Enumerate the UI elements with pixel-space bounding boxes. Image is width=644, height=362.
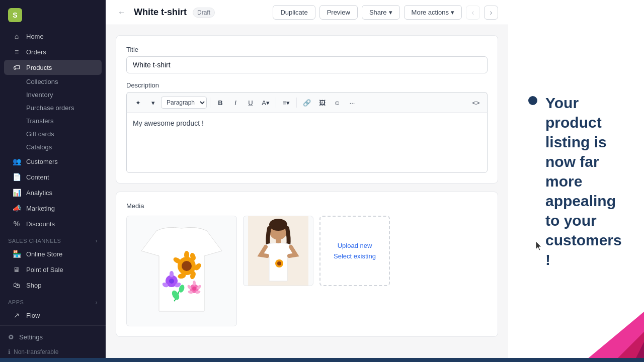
- inventory-label: Inventory: [26, 91, 53, 99]
- page-title: White t-shirt: [134, 7, 187, 18]
- sidebar-item-home[interactable]: Home: [4, 29, 102, 44]
- sidebar-item-purchase-orders[interactable]: Purchase orders: [4, 102, 102, 114]
- main-product-image[interactable]: [126, 216, 237, 326]
- settings-icon: ⚙: [8, 333, 14, 341]
- description-editor[interactable]: My awesome product !: [126, 113, 488, 173]
- decorative-triangles: [543, 282, 644, 362]
- sidebar-item-inventory[interactable]: Inventory: [4, 88, 102, 101]
- customers-icon: 👥: [12, 157, 21, 165]
- pos-label: Point of Sale: [26, 266, 63, 274]
- sidebar-logo: S: [0, 0, 106, 26]
- top-bar: ← White t-shirt Draft Duplicate Preview …: [106, 0, 508, 25]
- sidebar-bottom: ⚙ Settings ℹ Non-transferable: [0, 325, 106, 362]
- bold-button[interactable]: B: [213, 96, 227, 110]
- non-transferable-badge: ℹ Non-transferable: [4, 344, 102, 359]
- emoji-button[interactable]: ☺: [330, 96, 344, 110]
- sidebar-item-gift-cards[interactable]: Gift cards: [4, 128, 102, 140]
- title-card: Title Description ✦ ▾ Paragraph B: [116, 35, 498, 184]
- sidebar-item-point-of-sale[interactable]: 🖥 Point of Sale: [4, 262, 102, 277]
- sidebar: S Home ≡ Orders 🏷 Products Collections I…: [0, 0, 106, 362]
- sidebar-item-products[interactable]: 🏷 Products: [4, 60, 102, 75]
- online-store-icon: 🏪: [12, 250, 21, 258]
- sidebar-item-transfers[interactable]: Transfers: [4, 115, 102, 127]
- media-upload-box[interactable]: Upload new Select existing: [319, 216, 390, 286]
- sidebar-item-shop[interactable]: 🛍 Shop: [4, 278, 102, 293]
- orders-icon: ≡: [12, 48, 21, 56]
- sidebar-item-products-label: Products: [26, 64, 52, 71]
- sidebar-navigation: Home ≡ Orders 🏷 Products Collections Inv…: [0, 26, 106, 325]
- content-split: ← White t-shirt Draft Duplicate Preview …: [106, 0, 644, 362]
- discounts-label: Discounts: [26, 220, 55, 228]
- align-button[interactable]: ≡▾: [279, 96, 293, 110]
- promo-text: Your product listing is now far more app…: [545, 93, 624, 269]
- text-color-button[interactable]: A▾: [259, 96, 273, 110]
- settings-item[interactable]: ⚙ Settings: [4, 330, 102, 344]
- upload-new-label[interactable]: Upload new: [338, 242, 372, 249]
- products-icon: 🏷: [12, 63, 21, 71]
- sidebar-item-customers[interactable]: 👥 Customers: [4, 154, 102, 169]
- sidebar-item-content[interactable]: 📄 Content: [4, 169, 102, 185]
- description-text: My awesome product !: [133, 119, 204, 127]
- underline-button[interactable]: U: [244, 96, 258, 110]
- title-input[interactable]: [126, 56, 488, 73]
- shop-icon: 🛍: [12, 281, 21, 289]
- select-existing-label[interactable]: Select existing: [334, 252, 376, 260]
- settings-label: Settings: [19, 333, 43, 341]
- flow-label: Flow: [26, 312, 40, 319]
- collections-label: Collections: [26, 78, 58, 85]
- cursor-area: [536, 241, 544, 253]
- svg-point-2: [184, 251, 189, 259]
- italic-button[interactable]: I: [228, 96, 243, 110]
- apps-label: Apps: [8, 299, 24, 305]
- editor-panel: ← White t-shirt Draft Duplicate Preview …: [106, 0, 508, 362]
- top-bar-actions: Duplicate Preview Share ▾ More actions ▾…: [273, 5, 498, 20]
- code-button[interactable]: <>: [469, 96, 483, 110]
- paragraph-select[interactable]: Paragraph: [161, 97, 207, 109]
- svg-point-1: [182, 261, 192, 271]
- cursor-icon: [536, 241, 544, 251]
- toolbar-format-dropdown[interactable]: ▾: [146, 96, 160, 110]
- shopify-logo-icon: S: [8, 8, 22, 22]
- main-area: ← White t-shirt Draft Duplicate Preview …: [106, 0, 644, 362]
- sales-channels-label: Sales channels: [8, 238, 61, 244]
- media-card: Media: [116, 192, 498, 337]
- toolbar-divider-1: [210, 98, 210, 108]
- svg-point-19: [192, 287, 196, 291]
- more-actions-label: More actions: [412, 9, 449, 16]
- model-product-image[interactable]: [243, 216, 313, 286]
- flow-icon: ↗: [12, 311, 21, 319]
- bottom-bar: [0, 358, 644, 362]
- more-actions-chevron-icon: ▾: [451, 9, 454, 16]
- content-icon: 📄: [12, 173, 21, 181]
- image-button[interactable]: 🖼: [315, 96, 329, 110]
- next-button[interactable]: ›: [484, 6, 498, 20]
- sidebar-item-orders-label: Orders: [26, 48, 46, 56]
- content-label: Content: [26, 173, 49, 181]
- preview-button[interactable]: Preview: [319, 5, 358, 20]
- pos-icon: 🖥: [12, 265, 21, 274]
- sidebar-item-discounts[interactable]: % Discounts: [4, 216, 102, 231]
- sales-channels-expand-icon[interactable]: ›: [96, 238, 98, 244]
- link-button[interactable]: 🔗: [300, 96, 314, 110]
- sidebar-item-online-store[interactable]: 🏪 Online Store: [4, 246, 102, 261]
- back-button[interactable]: ←: [116, 6, 128, 19]
- discounts-icon: %: [12, 220, 21, 228]
- sales-channels-section: Sales channels ›: [0, 232, 106, 246]
- duplicate-button[interactable]: Duplicate: [273, 5, 315, 20]
- more-button[interactable]: ···: [345, 96, 359, 110]
- promo-panel: Your product listing is now far more app…: [508, 0, 644, 362]
- apps-expand-icon[interactable]: ›: [96, 299, 98, 305]
- sidebar-item-flow[interactable]: ↗ Flow: [4, 308, 102, 323]
- toolbar-format-btn[interactable]: ✦: [131, 96, 145, 110]
- svg-point-9: [169, 279, 174, 284]
- non-transferable-label: Non-transferable: [14, 348, 58, 355]
- sidebar-item-marketing[interactable]: 📣 Marketing: [4, 201, 102, 216]
- share-chevron-icon: ▾: [389, 9, 392, 16]
- sidebar-item-analytics[interactable]: 📊 Analytics: [4, 185, 102, 200]
- sidebar-item-collections[interactable]: Collections: [4, 75, 102, 88]
- more-actions-button[interactable]: More actions ▾: [404, 5, 462, 20]
- sidebar-item-orders[interactable]: ≡ Orders: [4, 44, 102, 59]
- prev-button[interactable]: ‹: [466, 6, 480, 20]
- sidebar-item-catalogs[interactable]: Catalogs: [4, 141, 102, 153]
- share-button[interactable]: Share ▾: [362, 5, 400, 20]
